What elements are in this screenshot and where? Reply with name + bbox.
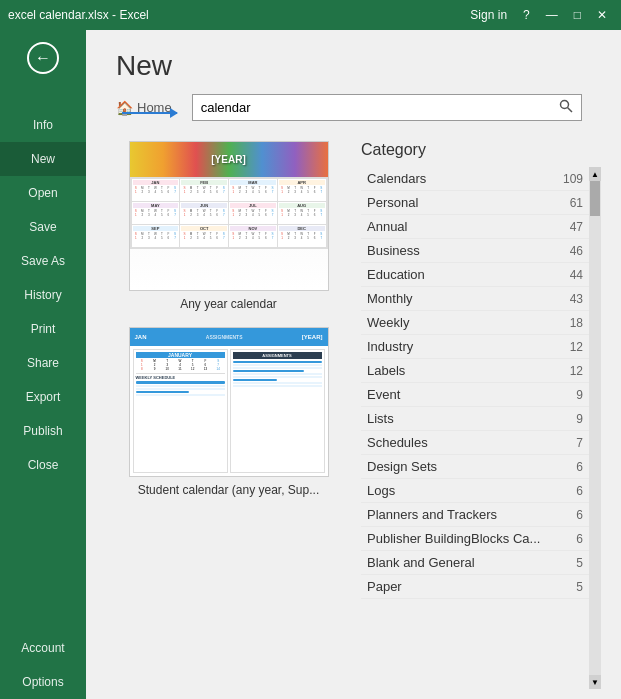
sidebar-item-publish-label: Publish [23,424,62,438]
search-box [192,94,582,121]
category-item-count: 5 [576,556,583,570]
sidebar-item-publish[interactable]: Publish [0,414,86,448]
category-item-count: 12 [570,340,583,354]
signin-link[interactable]: Sign in [464,6,513,24]
category-item[interactable]: Design Sets6 [361,455,589,479]
templates-panel: [YEAR] JANSMTWTFS1234567 FEBSMTWTFS12345… [106,141,361,689]
category-item-label: Weekly [367,315,409,330]
window-title: excel calendar.xlsx - Excel [8,8,149,22]
category-item-count: 6 [576,508,583,522]
category-panel: Category Calendars109Personal61Annual47B… [361,141,601,689]
search-input[interactable] [193,96,551,119]
sidebar-item-open[interactable]: Open [0,176,86,210]
category-item-count: 18 [570,316,583,330]
sidebar-item-save-as[interactable]: Save As [0,244,86,278]
category-item[interactable]: Publisher BuildingBlocks Ca...6 [361,527,589,551]
sidebar-item-save[interactable]: Save [0,210,86,244]
search-button[interactable] [551,95,581,120]
sidebar-item-info[interactable]: Info [0,86,86,142]
category-item-label: Schedules [367,435,428,450]
sidebar-item-history[interactable]: History [0,278,86,312]
category-item[interactable]: Weekly18 [361,311,589,335]
sidebar-item-print-label: Print [31,322,56,336]
sidebar-item-account[interactable]: Account [0,631,86,665]
category-item[interactable]: Paper5 [361,575,589,599]
category-item[interactable]: Education44 [361,263,589,287]
search-icon [559,99,573,113]
scroll-up-button[interactable]: ▲ [589,167,601,181]
close-button[interactable]: ✕ [591,6,613,24]
category-item[interactable]: Personal61 [361,191,589,215]
category-item-count: 44 [570,268,583,282]
category-item-label: Event [367,387,400,402]
scrollbar-thumb[interactable] [590,181,600,216]
help-button[interactable]: ? [517,6,536,24]
template-any-year[interactable]: [YEAR] JANSMTWTFS1234567 FEBSMTWTFS12345… [106,141,351,311]
category-header: Category [361,141,601,167]
sidebar-item-share-label: Share [27,356,59,370]
search-row: 🏠 Home [116,94,591,121]
category-item-count: 46 [570,244,583,258]
sidebar-item-export[interactable]: Export [0,380,86,414]
category-item-count: 43 [570,292,583,306]
category-item[interactable]: Industry12 [361,335,589,359]
template-thumb-2: JAN ASSIGNMENTS [YEAR] JANUARY SMTWTFS [129,327,329,477]
category-list: Calendars109Personal61Annual47Business46… [361,167,589,689]
back-icon: ← [27,42,59,74]
category-item-count: 61 [570,196,583,210]
minimize-button[interactable]: — [540,6,564,24]
back-button[interactable]: ← [0,30,86,86]
category-item-label: Industry [367,339,413,354]
sidebar-item-new-label: New [31,152,55,166]
scrollbar-wrapper: ▲ ▼ [589,167,601,689]
category-item[interactable]: Business46 [361,239,589,263]
category-item[interactable]: Labels12 [361,359,589,383]
category-item-label: Blank and General [367,555,475,570]
svg-point-0 [560,101,568,109]
app-body: ← Info New Open Save Save As History Pri… [0,30,621,699]
scroll-down-button[interactable]: ▼ [589,675,601,689]
blue-arrow-line [122,112,177,114]
sidebar-item-options[interactable]: Options [0,665,86,699]
category-item-count: 7 [576,436,583,450]
category-scroll-container: Calendars109Personal61Annual47Business46… [361,167,601,689]
sidebar-item-share[interactable]: Share [0,346,86,380]
content-area: New 🏠 Home [86,30,621,699]
sidebar-item-options-label: Options [22,675,63,689]
svg-line-1 [567,108,572,113]
category-item[interactable]: Calendars109 [361,167,589,191]
category-item-count: 9 [576,412,583,426]
sidebar-item-save-as-label: Save As [21,254,65,268]
category-item-count: 9 [576,388,583,402]
main-panels: [YEAR] JANSMTWTFS1234567 FEBSMTWTFS12345… [86,141,621,699]
template-label-1: Any year calendar [180,297,277,311]
category-item[interactable]: Event9 [361,383,589,407]
category-item-count: 47 [570,220,583,234]
title-bar: excel calendar.xlsx - Excel Sign in ? — … [0,0,621,30]
template-student[interactable]: JAN ASSIGNMENTS [YEAR] JANUARY SMTWTFS [106,327,351,497]
category-item[interactable]: Planners and Trackers6 [361,503,589,527]
page-title: New [116,50,591,82]
category-item[interactable]: Logs6 [361,479,589,503]
category-item-count: 6 [576,460,583,474]
category-item[interactable]: Blank and General5 [361,551,589,575]
sidebar-item-print[interactable]: Print [0,312,86,346]
category-item-count: 6 [576,532,583,546]
category-item[interactable]: Monthly43 [361,287,589,311]
category-item-label: Annual [367,219,407,234]
category-item[interactable]: Lists9 [361,407,589,431]
sidebar-item-history-label: History [24,288,61,302]
sidebar-item-save-label: Save [29,220,56,234]
maximize-button[interactable]: □ [568,6,587,24]
window-controls: Sign in ? — □ ✕ [464,6,613,24]
category-item-count: 12 [570,364,583,378]
sidebar-item-info-label: Info [33,118,53,132]
category-item[interactable]: Schedules7 [361,431,589,455]
sidebar-item-close-label: Close [28,458,59,472]
category-item-label: Design Sets [367,459,437,474]
sidebar-item-new[interactable]: New [0,142,86,176]
category-item-label: Planners and Trackers [367,507,497,522]
category-item[interactable]: Annual47 [361,215,589,239]
category-item-label: Calendars [367,171,426,186]
sidebar-item-close[interactable]: Close [0,448,86,482]
